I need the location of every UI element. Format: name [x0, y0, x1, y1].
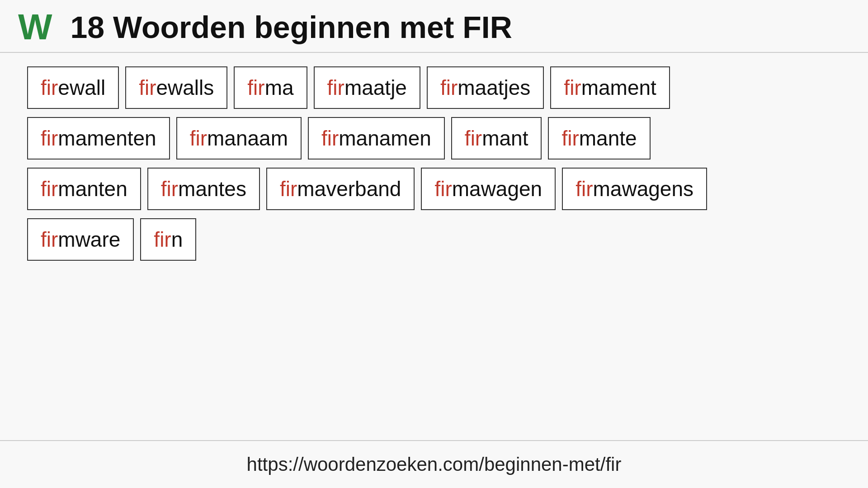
word-suffix: ewalls [156, 76, 214, 99]
word-box-5[interactable]: firmament [550, 66, 670, 109]
word-prefix: fir [41, 127, 58, 150]
word-box-12[interactable]: firmantes [147, 168, 260, 210]
footer: https://woordenzoeken.com/beginnen-met/f… [0, 440, 868, 488]
word-prefix: fir [41, 177, 58, 201]
word-prefix: fir [161, 177, 178, 201]
word-suffix: mware [58, 228, 120, 251]
word-prefix: fir [139, 76, 156, 99]
word-suffix: mawagen [452, 177, 542, 201]
word-box-17[interactable]: firn [140, 218, 196, 261]
word-suffix: ma [265, 76, 294, 99]
words-row-1: firmamentenfirmanaamfirmanamenfirmantfir… [27, 117, 841, 160]
word-suffix: maatje [344, 76, 407, 99]
word-box-9[interactable]: firmant [451, 117, 542, 160]
word-box-2[interactable]: firma [234, 66, 307, 109]
word-suffix: manaam [207, 127, 288, 150]
word-box-4[interactable]: firmaatjes [427, 66, 544, 109]
word-box-16[interactable]: firmware [27, 218, 134, 261]
word-prefix: fir [247, 76, 264, 99]
word-box-8[interactable]: firmanamen [308, 117, 445, 160]
word-prefix: fir [190, 127, 207, 150]
word-prefix: fir [327, 76, 344, 99]
word-prefix: fir [154, 228, 171, 251]
words-row-2: firmantenfirmantesfirmaverbandfirmawagen… [27, 168, 841, 210]
word-box-15[interactable]: firmawagens [562, 168, 707, 210]
word-suffix: maatjes [458, 76, 530, 99]
word-suffix: manamen [339, 127, 431, 150]
footer-url: https://woordenzoeken.com/beginnen-met/f… [247, 454, 622, 475]
word-suffix: mawagens [593, 177, 693, 201]
page-title: 18 Woorden beginnen met FIR [71, 9, 512, 45]
logo: W [18, 9, 52, 45]
word-box-3[interactable]: firmaatje [314, 66, 420, 109]
words-row-0: firewallfirewallsfirmafirmaatjefirmaatje… [27, 66, 841, 109]
word-box-1[interactable]: firewalls [125, 66, 227, 109]
word-box-0[interactable]: firewall [27, 66, 119, 109]
word-prefix: fir [440, 76, 458, 99]
word-suffix: manten [58, 177, 127, 201]
word-prefix: fir [321, 127, 339, 150]
word-prefix: fir [564, 76, 581, 99]
word-suffix: mant [482, 127, 528, 150]
word-prefix: fir [41, 76, 58, 99]
word-box-14[interactable]: firmawagen [421, 168, 556, 210]
word-box-13[interactable]: firmaverband [266, 168, 415, 210]
words-container: firewallfirewallsfirmafirmaatjefirmaatje… [0, 53, 868, 440]
page-header: W 18 Woorden beginnen met FIR [0, 0, 868, 53]
word-suffix: mante [579, 127, 637, 150]
word-suffix: mamenten [58, 127, 156, 150]
word-prefix: fir [465, 127, 482, 150]
words-row-3: firmwarefirn [27, 218, 841, 261]
word-prefix: fir [41, 228, 58, 251]
word-suffix: ewall [58, 76, 105, 99]
word-box-11[interactable]: firmanten [27, 168, 141, 210]
word-suffix: mantes [178, 177, 246, 201]
word-prefix: fir [280, 177, 297, 201]
word-box-6[interactable]: firmamenten [27, 117, 170, 160]
word-box-7[interactable]: firmanaam [176, 117, 302, 160]
word-suffix: maverband [297, 177, 401, 201]
word-suffix: mament [581, 76, 656, 99]
word-suffix: n [171, 228, 183, 251]
word-box-10[interactable]: firmante [548, 117, 650, 160]
word-prefix: fir [561, 127, 579, 150]
word-prefix: fir [576, 177, 593, 201]
word-prefix: fir [434, 177, 452, 201]
